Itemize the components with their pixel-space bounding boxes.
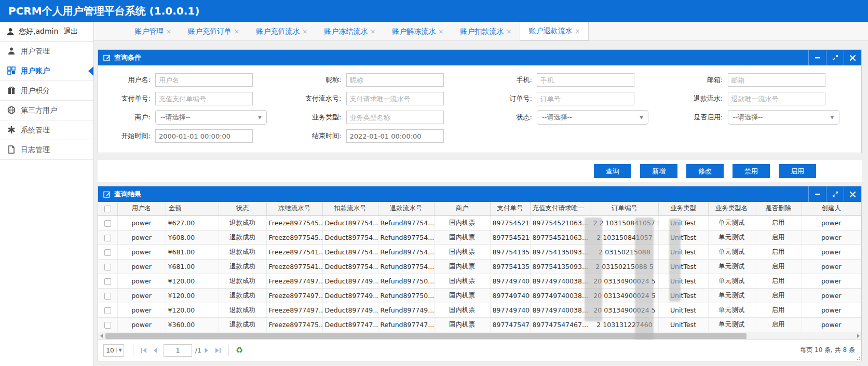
query-panel-header: 查询条件 bbox=[98, 50, 861, 65]
enable-button[interactable]: 启用 bbox=[779, 164, 816, 178]
results-panel-title: 查询结果 bbox=[114, 189, 141, 199]
resize-grip-icon[interactable] bbox=[856, 356, 860, 360]
cell-req_no: 897749740038... bbox=[530, 274, 591, 288]
tab-freeze-flow[interactable]: 账户冻结流水× bbox=[316, 22, 384, 40]
expand-icon[interactable] bbox=[826, 50, 844, 65]
refund-flow-input[interactable] bbox=[728, 92, 825, 105]
disable-button[interactable]: 禁用 bbox=[733, 164, 770, 178]
refresh-icon[interactable]: ♻ bbox=[236, 345, 243, 355]
cell-biz_type: UnitTest bbox=[658, 215, 708, 230]
status-select[interactable]: --请选择--▼ bbox=[537, 110, 648, 125]
logout-link[interactable]: 退出 bbox=[63, 27, 78, 36]
row-checkbox[interactable] bbox=[104, 293, 111, 300]
sidebar-item-user-points[interactable]: 用户积分 bbox=[0, 81, 93, 101]
row-checkbox[interactable] bbox=[104, 322, 111, 329]
tab-refund-flow[interactable]: 账户退款流水× bbox=[520, 22, 589, 40]
cell-deduct: Deduct897754... bbox=[322, 259, 378, 274]
tab-close-icon[interactable]: × bbox=[506, 28, 511, 35]
next-page-icon[interactable] bbox=[204, 347, 209, 354]
enabled-select[interactable]: --请选择--▼ bbox=[728, 110, 839, 125]
cell-req_no: 897749740038... bbox=[530, 303, 591, 317]
order-no-label: 订单号: bbox=[480, 94, 537, 103]
cell-status: 退款成功 bbox=[219, 303, 266, 317]
scroll-right-icon[interactable] bbox=[855, 332, 861, 340]
cell-status: 退款成功 bbox=[219, 245, 266, 259]
cell-creator: power bbox=[802, 303, 861, 317]
page-number-input[interactable] bbox=[164, 344, 192, 357]
last-page-icon[interactable] bbox=[214, 347, 221, 354]
add-button[interactable]: 新增 bbox=[640, 164, 677, 178]
tab-close-icon[interactable]: × bbox=[438, 28, 443, 35]
chevron-down-icon: ▼ bbox=[258, 111, 262, 124]
horizontal-scrollbar[interactable] bbox=[98, 332, 861, 340]
query-panel-title: 查询条件 bbox=[114, 53, 141, 62]
cell-amount: ¥681.00 bbox=[166, 259, 219, 274]
row-checkbox[interactable] bbox=[104, 278, 111, 285]
search-button[interactable]: 查询 bbox=[594, 164, 631, 178]
row-checkbox[interactable] bbox=[104, 307, 111, 314]
nickname-input[interactable] bbox=[346, 73, 444, 87]
tab-close-icon[interactable]: × bbox=[234, 28, 239, 35]
sidebar-item-user-account[interactable]: 用户账户 bbox=[0, 61, 93, 81]
tab-account-management[interactable]: 账户管理× bbox=[126, 22, 180, 40]
edit-button[interactable]: 修改 bbox=[686, 164, 724, 178]
page-size-select[interactable]: 10 ▼ bbox=[103, 344, 124, 357]
pay-order-input[interactable] bbox=[155, 92, 253, 105]
expand-icon[interactable] bbox=[826, 186, 844, 202]
select-all-checkbox[interactable] bbox=[104, 206, 111, 212]
tab-deduct-flow[interactable]: 账户扣款流水× bbox=[452, 22, 520, 40]
sidebar-item-system-management[interactable]: 系统管理 bbox=[0, 120, 93, 140]
email-input[interactable] bbox=[728, 73, 825, 87]
row-checkbox[interactable] bbox=[104, 264, 111, 270]
cell-pay_no: 897754521063... bbox=[490, 230, 530, 245]
table-row[interactable]: power¥120.00退款成功Freeze8977497...Deduct89… bbox=[98, 303, 861, 317]
merchant-select[interactable]: --请选择--▼ bbox=[155, 110, 267, 125]
row-checkbox[interactable] bbox=[104, 235, 111, 241]
pay-flow-input[interactable] bbox=[346, 92, 444, 105]
order-no-input[interactable] bbox=[537, 92, 634, 105]
user-greeting: 您好,admin bbox=[19, 27, 58, 36]
table-row[interactable]: power¥608.00退款成功Freeze8977545...Deduct89… bbox=[98, 230, 861, 245]
minimize-icon[interactable] bbox=[808, 50, 826, 65]
scroll-left-icon[interactable] bbox=[98, 332, 104, 340]
sidebar-item-label: 第三方用户 bbox=[21, 106, 57, 115]
tab-recharge-orders[interactable]: 账户充值订单× bbox=[180, 22, 248, 40]
chevron-down-icon: ▼ bbox=[831, 111, 834, 124]
results-tbody: power¥627.00退款成功Freeze8977545...Deduct89… bbox=[98, 215, 861, 332]
tab-recharge-flow[interactable]: 账户充值流水× bbox=[248, 22, 316, 40]
username-input[interactable] bbox=[155, 73, 253, 87]
minimize-icon[interactable] bbox=[808, 186, 826, 202]
close-icon[interactable] bbox=[844, 186, 861, 202]
cell-freeze: Freeze8977541... bbox=[266, 259, 322, 274]
biz-type-input[interactable] bbox=[346, 111, 444, 124]
tab-close-icon[interactable]: × bbox=[166, 28, 171, 35]
prev-page-icon[interactable] bbox=[153, 347, 158, 354]
cell-creator: power bbox=[802, 259, 861, 274]
cell-status: 退款成功 bbox=[219, 259, 266, 274]
table-row[interactable]: power¥627.00退款成功Freeze8977545...Deduct89… bbox=[98, 215, 861, 230]
tab-close-icon[interactable]: × bbox=[575, 28, 580, 35]
table-row[interactable]: power¥120.00退款成功Freeze8977497...Deduct89… bbox=[98, 274, 861, 288]
table-row[interactable]: power¥681.00退款成功Freeze8977541...Deduct89… bbox=[98, 245, 861, 259]
tab-close-icon[interactable]: × bbox=[302, 28, 307, 35]
table-row[interactable]: power¥681.00退款成功Freeze8977541...Deduct89… bbox=[98, 259, 861, 274]
close-icon[interactable] bbox=[844, 50, 861, 65]
tab-close-icon[interactable]: × bbox=[370, 28, 375, 35]
app-title-bar: PCRM个人用户管理平台系统 (1.0.0.1) bbox=[0, 0, 868, 22]
start-time-input[interactable] bbox=[155, 129, 253, 143]
cell-deduct: Deduct897747... bbox=[322, 317, 378, 332]
cell-status: 退款成功 bbox=[219, 230, 266, 245]
end-time-input[interactable] bbox=[346, 129, 444, 143]
row-checkbox[interactable] bbox=[104, 249, 111, 256]
table-row[interactable]: power¥120.00退款成功Freeze8977497...Deduct89… bbox=[98, 288, 861, 303]
sidebar-item-user-management[interactable]: 用户管理 bbox=[0, 42, 93, 61]
row-checkbox[interactable] bbox=[104, 220, 111, 227]
tab-unfreeze-flow[interactable]: 账户解冻流水× bbox=[384, 22, 452, 40]
sidebar-item-log-management[interactable]: 日志管理 bbox=[0, 140, 93, 160]
enabled-label: 是否启用: bbox=[671, 113, 728, 122]
user-bar: 您好,admin 退出 bbox=[0, 22, 93, 42]
sidebar-item-third-party-users[interactable]: 第三方用户 bbox=[0, 101, 93, 120]
table-row[interactable]: power¥360.00退款成功Freeze8977475...Deduct89… bbox=[98, 317, 861, 332]
phone-input[interactable] bbox=[537, 73, 634, 87]
first-page-icon[interactable] bbox=[141, 347, 147, 354]
